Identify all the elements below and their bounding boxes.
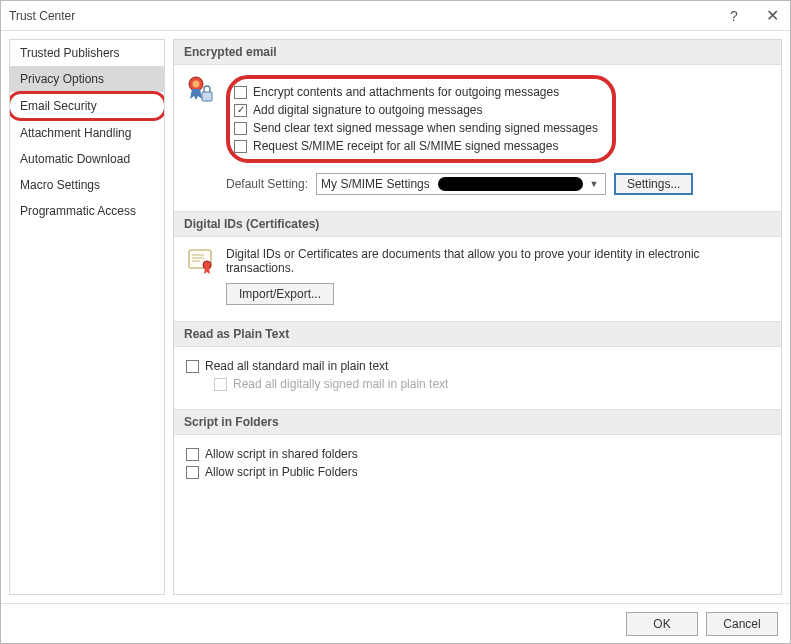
checkbox-icon [234, 140, 247, 153]
checkbox-icon [214, 378, 227, 391]
section-encrypted-email-body: Encrypt contents and attachments for out… [174, 65, 781, 211]
titlebar-controls: ? ✕ [724, 6, 782, 25]
sidebar-item-privacy-options[interactable]: Privacy Options [10, 66, 164, 92]
checkbox-add-signature[interactable]: ✓ Add digital signature to outgoing mess… [234, 101, 598, 119]
dialog-footer: OK Cancel [1, 603, 790, 643]
sidebar-item-attachment-handling[interactable]: Attachment Handling [10, 120, 164, 146]
main-panel: Encrypted email [173, 39, 782, 595]
checkbox-icon: ✓ [234, 104, 247, 117]
svg-point-7 [203, 261, 211, 269]
sidebar-item-trusted-publishers[interactable]: Trusted Publishers [10, 40, 164, 66]
checkbox-script-shared[interactable]: Allow script in shared folders [186, 445, 769, 463]
svg-point-1 [193, 81, 200, 88]
cancel-button[interactable]: Cancel [706, 612, 778, 636]
checkbox-read-signed-plain: Read all digitally signed mail in plain … [214, 375, 769, 393]
sidebar-item-programmatic-access[interactable]: Programmatic Access [10, 198, 164, 224]
checkbox-icon [186, 466, 199, 479]
sidebar: Trusted Publishers Privacy Options Email… [9, 39, 165, 595]
sidebar-item-macro-settings[interactable]: Macro Settings [10, 172, 164, 198]
ok-button[interactable]: OK [626, 612, 698, 636]
sidebar-item-automatic-download[interactable]: Automatic Download [10, 146, 164, 172]
trust-center-dialog: Trust Center ? ✕ Trusted Publishers Priv… [0, 0, 791, 644]
ribbon-lock-icon [186, 75, 214, 105]
checkbox-icon [186, 448, 199, 461]
digital-id-description: Digital IDs or Certificates are document… [226, 247, 769, 275]
import-export-button[interactable]: Import/Export... [226, 283, 334, 305]
section-script-body: Allow script in shared folders Allow scr… [174, 435, 781, 497]
section-plain-text-header: Read as Plain Text [174, 321, 781, 347]
checkbox-clear-text[interactable]: Send clear text signed message when send… [234, 119, 598, 137]
checkbox-icon [186, 360, 199, 373]
certificate-icon [186, 247, 214, 275]
help-icon[interactable]: ? [724, 8, 744, 24]
svg-rect-2 [202, 92, 212, 101]
chevron-down-icon: ▼ [587, 179, 601, 189]
dropdown-value: My S/MIME Settings [321, 177, 434, 191]
sidebar-item-email-security[interactable]: Email Security [9, 91, 165, 121]
default-setting-label: Default Setting: [226, 177, 308, 191]
settings-button[interactable]: Settings... [614, 173, 693, 195]
checkbox-encrypt-contents[interactable]: Encrypt contents and attachments for out… [234, 83, 598, 101]
titlebar: Trust Center ? ✕ [1, 1, 790, 31]
checkbox-icon [234, 122, 247, 135]
default-setting-dropdown[interactable]: My S/MIME Settings ▼ [316, 173, 606, 195]
section-encrypted-email-header: Encrypted email [174, 40, 781, 65]
dialog-body: Trusted Publishers Privacy Options Email… [1, 31, 790, 603]
section-script-header: Script in Folders [174, 409, 781, 435]
checkbox-script-public[interactable]: Allow script in Public Folders [186, 463, 769, 481]
section-digital-ids-body: Digital IDs or Certificates are document… [174, 237, 781, 321]
close-icon[interactable]: ✕ [762, 6, 782, 25]
highlight-annotation: Encrypt contents and attachments for out… [226, 75, 616, 163]
redacted-content [438, 177, 583, 191]
checkbox-smime-receipt[interactable]: Request S/MIME receipt for all S/MIME si… [234, 137, 598, 155]
checkbox-read-standard-plain[interactable]: Read all standard mail in plain text [186, 357, 769, 375]
section-plain-text-body: Read all standard mail in plain text Rea… [174, 347, 781, 409]
window-title: Trust Center [9, 9, 724, 23]
checkbox-icon [234, 86, 247, 99]
section-digital-ids-header: Digital IDs (Certificates) [174, 211, 781, 237]
